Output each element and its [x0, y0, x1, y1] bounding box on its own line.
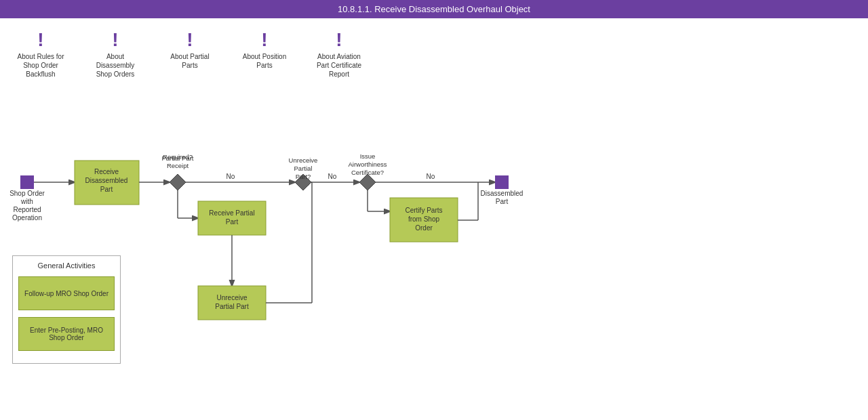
svg-text:No: No [226, 173, 235, 180]
svg-marker-6 [170, 174, 186, 190]
svg-text:Certificate?: Certificate? [351, 169, 384, 176]
svg-text:from Shop: from Shop [408, 215, 440, 223]
svg-text:Receive Partial: Receive Partial [209, 209, 254, 217]
activity-enter-pre-posting[interactable]: Enter Pre-Posting, MRO Shop Order [18, 317, 115, 351]
svg-text:Part?: Part? [296, 173, 311, 180]
general-activities-box: General Activities Follow-up MRO Shop Or… [12, 255, 121, 364]
svg-text:Partial Part: Partial Part [215, 303, 249, 310]
start-node-shape [20, 175, 34, 189]
svg-text:Shop Order: Shop Order [9, 190, 45, 197]
svg-marker-30 [359, 174, 376, 190]
activity-followup-mro[interactable]: Follow-up MRO Shop Order [18, 276, 115, 310]
page-title: 10.8.1.1. Receive Disassembled Overhaul … [338, 4, 530, 14]
general-activities-title: General Activities [18, 261, 115, 270]
svg-rect-44 [495, 175, 509, 189]
svg-text:with: with [20, 198, 33, 205]
svg-text:Disassembled: Disassembled [85, 177, 128, 184]
flow-diagram-svg: Receive Disassembled Part Partial Part R… [0, 18, 868, 418]
svg-text:Airworthiness: Airworthiness [348, 161, 387, 168]
svg-text:Operation: Operation [12, 214, 42, 222]
svg-text:Unreceive: Unreceive [216, 294, 247, 301]
svg-text:Issue: Issue [360, 152, 376, 160]
svg-text:No: No [427, 173, 435, 180]
svg-text:Part: Part [100, 186, 113, 193]
svg-text:Receipt: Receipt [167, 162, 189, 169]
svg-text:Receive: Receive [94, 168, 119, 175]
title-bar: 10.8.1.1. Receive Disassembled Overhaul … [0, 0, 868, 18]
svg-text:Part: Part [226, 218, 239, 226]
svg-text:Partial: Partial [294, 165, 313, 172]
svg-text:Reported: Reported [13, 206, 41, 213]
svg-text:No: No [328, 173, 337, 180]
svg-text:Certify Parts: Certify Parts [405, 207, 442, 214]
diagram-area: ! About Rules for Shop Order Backflush !… [0, 18, 868, 418]
svg-text:Part: Part [496, 198, 509, 205]
svg-text:Unreceive: Unreceive [289, 156, 318, 164]
svg-text:Disassembled: Disassembled [481, 190, 524, 197]
svg-text:Order: Order [415, 224, 433, 232]
svg-text:Required?: Required? [163, 153, 193, 161]
